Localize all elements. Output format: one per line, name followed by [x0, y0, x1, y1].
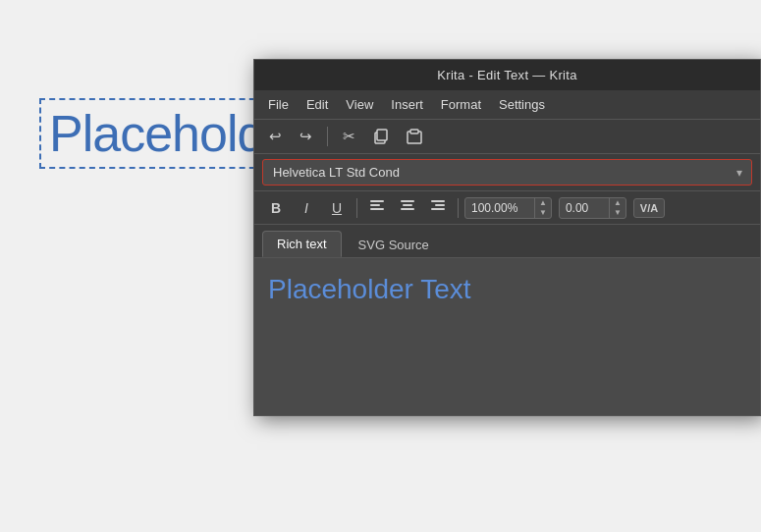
align-center-button[interactable]: [394, 196, 421, 219]
italic-button[interactable]: I: [293, 197, 320, 219]
svg-rect-9: [401, 208, 414, 210]
kerning-button[interactable]: V/A: [633, 198, 665, 218]
cut-button[interactable]: ✂: [336, 125, 362, 148]
svg-rect-11: [435, 204, 445, 206]
paste-button[interactable]: [400, 126, 429, 147]
editor-content: Placeholder Text: [268, 274, 471, 304]
font-row: Helvetica LT Std Cond Arial Times New Ro…: [254, 154, 760, 191]
underline-button[interactable]: U: [323, 197, 351, 219]
title-bar: Krita - Edit Text — Krita: [254, 60, 760, 90]
kern-up-arrow[interactable]: ▲: [610, 198, 625, 208]
format-sep-2: [458, 198, 459, 218]
menu-file[interactable]: File: [262, 94, 295, 115]
svg-rect-3: [410, 130, 418, 133]
svg-rect-5: [370, 204, 380, 206]
tab-rich-text[interactable]: Rich text: [262, 231, 342, 257]
canvas-placeholder-text: Placeholde: [39, 98, 265, 169]
svg-rect-1: [377, 130, 387, 140]
format-sep-1: [356, 198, 357, 218]
align-right-button[interactable]: [424, 196, 452, 219]
align-left-button[interactable]: [363, 196, 391, 219]
kern-spinner-arrows: ▲ ▼: [609, 198, 625, 218]
svg-rect-8: [403, 204, 412, 206]
size-spinner-arrows: ▲ ▼: [534, 198, 551, 218]
svg-rect-10: [431, 200, 445, 202]
font-selector[interactable]: Helvetica LT Std Cond Arial Times New Ro…: [262, 159, 752, 186]
svg-rect-7: [401, 200, 414, 202]
redo-button[interactable]: ↪: [293, 125, 319, 148]
size-up-arrow[interactable]: ▲: [535, 198, 551, 208]
tabs-row: Rich text SVG Source: [254, 225, 760, 258]
tab-svg-source[interactable]: SVG Source: [344, 232, 444, 257]
bold-button[interactable]: B: [262, 197, 290, 219]
size-spinner: ▲ ▼: [464, 197, 552, 219]
menu-edit[interactable]: Edit: [300, 94, 334, 115]
svg-rect-4: [370, 200, 384, 202]
toolbar-row: ↩ ↪ ✂: [254, 120, 760, 154]
edit-text-dialog: Krita - Edit Text — Krita File Edit View…: [253, 59, 761, 416]
menu-insert[interactable]: Insert: [385, 94, 429, 115]
copy-button[interactable]: [366, 126, 396, 147]
menu-settings[interactable]: Settings: [493, 94, 551, 115]
font-select-wrapper: Helvetica LT Std Cond Arial Times New Ro…: [262, 159, 752, 186]
format-toolbar: B I U: [254, 191, 760, 225]
menu-format[interactable]: Format: [435, 94, 487, 115]
size-down-arrow[interactable]: ▼: [535, 208, 551, 218]
kern-spinner: ▲ ▼: [559, 197, 626, 219]
dialog-title: Krita - Edit Text — Krita: [437, 68, 576, 82]
editor-area[interactable]: Placeholder Text: [254, 258, 760, 415]
kern-input[interactable]: [560, 198, 609, 218]
menu-bar: File Edit View Insert Format Settings: [254, 90, 760, 120]
kern-down-arrow[interactable]: ▼: [610, 208, 625, 218]
menu-view[interactable]: View: [340, 94, 379, 115]
toolbar-separator: [327, 127, 328, 146]
svg-rect-6: [370, 208, 384, 210]
svg-rect-12: [431, 208, 445, 210]
undo-button[interactable]: ↩: [262, 125, 289, 148]
size-input[interactable]: [465, 198, 534, 218]
